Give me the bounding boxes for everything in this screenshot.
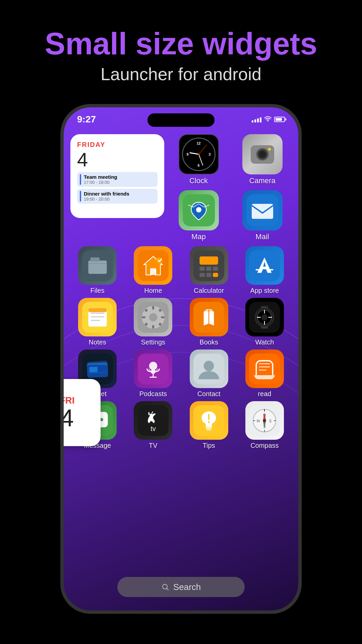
- app-mail-label: Mail: [255, 232, 269, 241]
- svg-point-40: [261, 314, 267, 320]
- tv-icon: tv: [134, 401, 172, 440]
- app-compass-label: Compass: [250, 442, 279, 449]
- small-calendar-date: 4: [64, 406, 74, 430]
- camera-lens: [256, 148, 269, 161]
- header-title: Small size widgets: [0, 27, 362, 61]
- event-bar-1: [80, 174, 81, 185]
- wifi-icon: [264, 116, 272, 123]
- calendar-day-label: FRIDAY: [77, 141, 158, 149]
- search-bar-text: Search: [173, 582, 201, 592]
- search-bar[interactable]: Search: [117, 577, 245, 597]
- svg-rect-17: [213, 273, 218, 277]
- svg-rect-6: [90, 257, 100, 261]
- files-icon: [78, 246, 117, 285]
- books-icon: [190, 298, 228, 336]
- contact-svg: [193, 354, 224, 384]
- event-1-time: 17:00 - 18:00: [84, 180, 117, 185]
- calculator-icon: [190, 246, 228, 285]
- app-settings[interactable]: Settings: [126, 298, 180, 346]
- podcasts-svg: [138, 354, 169, 384]
- calendar-events: Team meeting 17:00 - 18:00 Dinner with f…: [77, 172, 158, 204]
- app-compass[interactable]: N S W E Compass: [238, 401, 292, 449]
- calendar-date-number: 4: [77, 150, 158, 169]
- app-files[interactable]: Files: [70, 246, 124, 294]
- search-icon: [161, 583, 169, 591]
- app-camera-label: Camera: [249, 176, 275, 185]
- clock-icon: 12 3 6 9: [179, 134, 219, 174]
- app-map[interactable]: Map: [169, 190, 228, 241]
- calendar-event-2: Dinner with friends 19:00 - 20:00: [77, 189, 158, 204]
- svg-point-9: [156, 257, 162, 263]
- app-contact[interactable]: Contact: [182, 350, 236, 398]
- side-button-power: [300, 225, 302, 268]
- app-home-label: Home: [144, 287, 162, 294]
- app-clock-label: Clock: [189, 176, 208, 185]
- svg-point-55: [204, 361, 214, 371]
- app-watch[interactable]: Watch: [238, 298, 292, 346]
- svg-rect-42: [261, 326, 268, 329]
- top-section: FRIDAY 4 Team meeting 17:00 - 18:00: [70, 134, 292, 241]
- svg-rect-24: [88, 308, 107, 312]
- mail-icon: [242, 190, 283, 230]
- clock-num-12: 12: [196, 141, 200, 145]
- app-clock[interactable]: 12 3 6 9 Clock: [169, 134, 228, 185]
- podcasts-icon: [134, 350, 172, 388]
- read-svg: [249, 354, 280, 384]
- tips-svg: [193, 405, 224, 436]
- app-appstore[interactable]: App store: [238, 246, 292, 294]
- svg-rect-65: [206, 429, 211, 430]
- camera-flash: [268, 148, 271, 151]
- small-calendar-widget[interactable]: FRI 4: [64, 379, 101, 446]
- clock-num-6: 6: [197, 163, 199, 167]
- app-tips[interactable]: Tips: [182, 401, 236, 449]
- phone-screen: 9:27: [64, 107, 298, 610]
- clock-num-3: 3: [208, 152, 210, 156]
- clock-num-9: 9: [187, 152, 189, 156]
- phone-frame: 9:27: [60, 104, 302, 614]
- app-calculator[interactable]: Calculator: [182, 246, 236, 294]
- event-bar-2: [80, 191, 81, 202]
- svg-rect-29: [152, 325, 154, 329]
- svg-rect-15: [200, 273, 205, 277]
- notes-svg: [82, 302, 113, 333]
- app-camera[interactable]: Camera: [233, 134, 292, 185]
- app-tv-label: TV: [149, 442, 158, 449]
- svg-rect-41: [261, 306, 268, 309]
- app-read-label: read: [258, 390, 271, 398]
- app-books-label: Books: [199, 338, 218, 346]
- app-map-label: Map: [191, 232, 206, 241]
- header-subtitle: Launcher for android: [0, 64, 362, 84]
- appstore-svg: [249, 250, 280, 281]
- watch-icon: [245, 298, 284, 336]
- app-home[interactable]: Home: [126, 246, 180, 294]
- files-svg: [82, 250, 113, 281]
- app-notes-label: Notes: [89, 338, 106, 346]
- svg-rect-64: [206, 427, 212, 429]
- event-2-title: Dinner with friends: [84, 191, 129, 197]
- status-icons: [252, 116, 285, 123]
- tv-svg: tv: [138, 405, 169, 436]
- svg-rect-28: [152, 306, 154, 310]
- appstore-icon: [245, 246, 284, 285]
- svg-rect-5: [88, 260, 107, 274]
- app-mail[interactable]: Mail: [233, 190, 292, 241]
- app-podcasts[interactable]: Podcasts: [126, 350, 180, 398]
- app-tv[interactable]: tv TV: [126, 401, 180, 449]
- svg-point-50: [149, 362, 158, 370]
- app-watch-label: Watch: [255, 338, 274, 346]
- app-podcasts-label: Podcasts: [139, 390, 167, 398]
- map-icon: [179, 190, 219, 230]
- calendar-widget[interactable]: FRIDAY 4 Team meeting 17:00 - 18:00: [70, 134, 164, 218]
- svg-text:tv: tv: [150, 425, 156, 432]
- clock-center-dot: [198, 154, 199, 155]
- app-books[interactable]: Books: [182, 298, 236, 346]
- app-files-label: Files: [90, 287, 105, 294]
- camera-icon: [242, 134, 283, 174]
- header: Small size widgets Launcher for android: [0, 0, 362, 98]
- app-notes[interactable]: Notes: [70, 298, 124, 346]
- header-title-purple: size widgets: [136, 26, 317, 61]
- header-title-white: Small: [45, 26, 127, 61]
- compass-svg: N S W E: [249, 405, 280, 436]
- calculator-svg: [193, 250, 224, 281]
- app-read[interactable]: read: [238, 350, 292, 398]
